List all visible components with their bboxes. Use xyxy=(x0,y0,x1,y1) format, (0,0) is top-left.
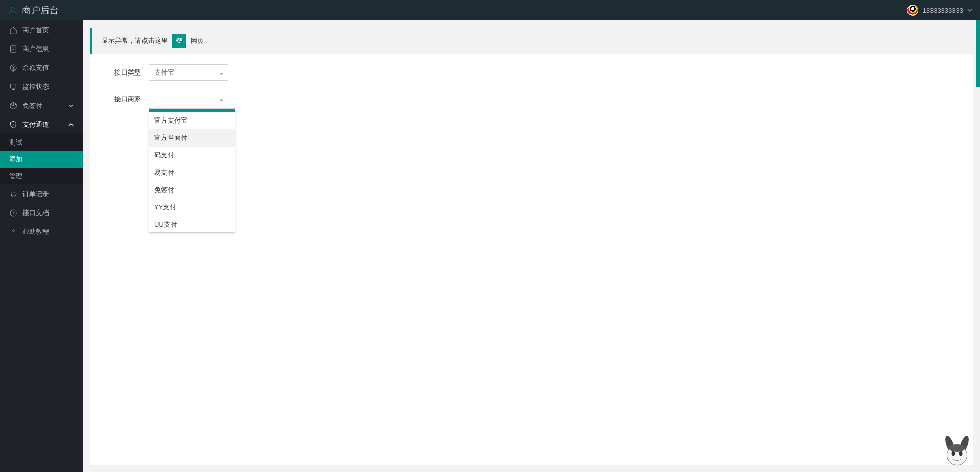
sidebar-subitem-test[interactable]: 测试 xyxy=(0,134,83,151)
mascot-character[interactable] xyxy=(939,434,975,469)
sidebar-item-payment-channel[interactable]: 支付通道 xyxy=(0,115,83,134)
type-label: 接口类型 xyxy=(105,68,141,77)
refresh-icon xyxy=(175,37,183,45)
monitor-icon xyxy=(9,83,17,91)
sidebar-item-label: 免签付 xyxy=(22,101,42,110)
scrollbar-indicator xyxy=(976,20,980,87)
cart-icon xyxy=(9,190,17,198)
sidebar-item-label: 订单记录 xyxy=(22,190,49,199)
merchant-label: 接口商家 xyxy=(105,95,141,104)
user-menu[interactable]: 13333333333 xyxy=(907,5,972,16)
sidebar-item-api-doc[interactable]: 接口文档 xyxy=(0,203,83,222)
alert-banner: 显示异常，请点击这里 网页 xyxy=(90,28,973,54)
sidebar: 商户首页 商户信息 余额充值 监控状态 免签付 支付通道 测试 添加 管理 xyxy=(0,20,83,472)
chevron-up-icon xyxy=(68,122,74,127)
sidebar-item-home[interactable]: 商户首页 xyxy=(0,20,83,39)
svg-point-5 xyxy=(15,196,15,197)
avatar xyxy=(907,5,918,16)
dropdown-item[interactable]: 易支付 xyxy=(149,164,235,181)
sidebar-item-label: 商户信息 xyxy=(22,44,49,54)
header-left: 商户后台 xyxy=(8,4,59,16)
type-value: 支付宝 xyxy=(154,68,174,77)
sidebar-item-label: 监控状态 xyxy=(22,82,49,91)
header: 商户后台 13333333333 xyxy=(0,0,980,20)
svg-point-4 xyxy=(12,196,12,197)
sidebar-item-label: 支付通道 xyxy=(22,120,49,129)
user-icon xyxy=(8,5,18,15)
sidebar-item-orders[interactable]: 订单记录 xyxy=(0,184,83,203)
sidebar-subitem-manage[interactable]: 管理 xyxy=(0,168,83,184)
alert-prefix: 显示异常，请点击这里 xyxy=(102,36,168,45)
sidebar-item-help[interactable]: 帮助教程 xyxy=(0,222,83,241)
home-icon xyxy=(9,26,17,34)
dropdown-item[interactable]: 免签付 xyxy=(149,181,235,199)
merchant-dropdown: 官方支付宝 官方当面付 码支付 易支付 免签付 YY支付 UU支付 嘟嘟支付 xyxy=(149,108,235,233)
doc-icon xyxy=(9,209,17,217)
sidebar-item-balance[interactable]: 余额充值 xyxy=(0,58,83,77)
chevron-down-icon xyxy=(219,70,224,75)
chevron-up-icon xyxy=(219,97,224,102)
sidebar-item-monitor[interactable]: 监控状态 xyxy=(0,77,83,96)
sidebar-item-mianqian[interactable]: 免签付 xyxy=(0,96,83,115)
svg-point-10 xyxy=(952,451,955,456)
dropdown-item[interactable]: 官方支付宝 xyxy=(149,112,235,129)
chevron-down-icon xyxy=(967,8,972,13)
refresh-button[interactable] xyxy=(172,34,186,48)
form-row-type: 接口类型 支付宝 xyxy=(105,64,958,81)
form: 接口类型 支付宝 接口商家 xyxy=(90,54,973,128)
sidebar-subitem-add[interactable]: 添加 xyxy=(0,151,83,168)
chevron-down-icon xyxy=(68,103,74,108)
app-title: 商户后台 xyxy=(22,4,59,16)
sidebar-item-label: 帮助教程 xyxy=(22,227,49,237)
sidebar-item-merchant-info[interactable]: 商户信息 xyxy=(0,39,83,58)
shield-icon xyxy=(9,121,17,129)
help-icon xyxy=(9,228,17,236)
info-icon xyxy=(9,45,17,53)
alert-suffix: 网页 xyxy=(190,36,204,45)
svg-point-11 xyxy=(959,451,963,456)
svg-rect-3 xyxy=(11,84,16,88)
dropdown-item[interactable]: 官方当面付 xyxy=(149,129,235,147)
sidebar-item-label: 余额充值 xyxy=(22,63,49,73)
sidebar-item-label: 接口文档 xyxy=(22,208,49,218)
form-row-merchant: 接口商家 官方支付宝 官方当面付 码支付 易支付 免签付 xyxy=(105,91,958,107)
svg-point-12 xyxy=(949,444,965,452)
dropdown-item[interactable]: YY支付 xyxy=(149,199,235,216)
dropdown-item[interactable]: 码支付 xyxy=(149,147,235,164)
dropdown-item[interactable]: UU支付 xyxy=(149,216,235,232)
cube-icon xyxy=(9,102,17,110)
main-content: 显示异常，请点击这里 网页 接口类型 支付宝 接口商家 xyxy=(90,28,973,465)
sidebar-item-label: 商户首页 xyxy=(22,26,49,35)
svg-point-0 xyxy=(11,7,15,10)
merchant-select[interactable] xyxy=(149,91,228,107)
yen-icon xyxy=(9,64,17,72)
username: 13333333333 xyxy=(922,7,963,14)
type-select[interactable]: 支付宝 xyxy=(149,64,228,81)
